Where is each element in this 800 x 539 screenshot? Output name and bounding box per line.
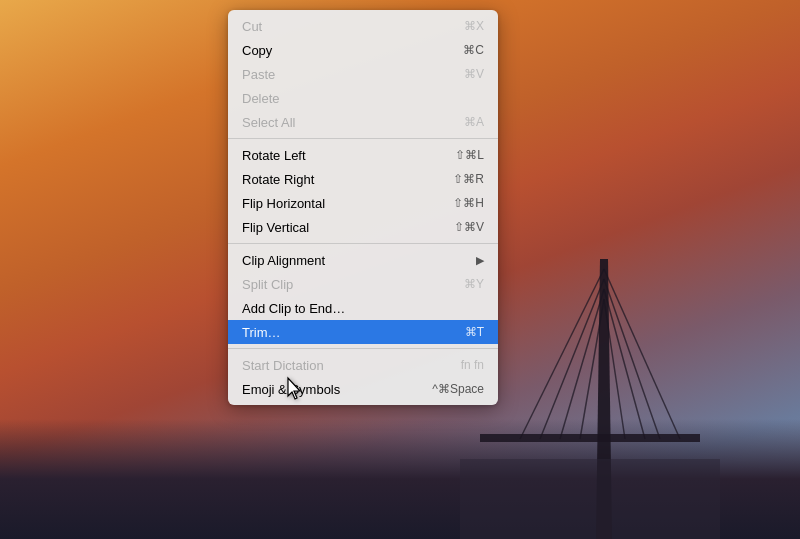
menu-item-flip-vertical-shortcut: ⇧⌘V (454, 220, 484, 234)
menu-item-cut-shortcut: ⌘X (464, 19, 484, 33)
menu-item-emoji-symbols-label: Emoji & Symbols (242, 382, 340, 397)
menu-item-rotate-left-label: Rotate Left (242, 148, 306, 163)
svg-line-1 (520, 269, 604, 439)
menu-item-clip-alignment[interactable]: Clip Alignment ▶ (228, 248, 498, 272)
menu-item-split-clip[interactable]: Split Clip ⌘Y (228, 272, 498, 296)
menu-item-clip-alignment-label: Clip Alignment (242, 253, 325, 268)
menu-item-rotate-right[interactable]: Rotate Right ⇧⌘R (228, 167, 498, 191)
context-menu: Cut ⌘X Copy ⌘C Paste ⌘V Delete Select Al… (228, 10, 498, 405)
bridge-silhouette (460, 239, 720, 539)
menu-item-start-dictation[interactable]: Start Dictation fn fn (228, 353, 498, 377)
menu-item-select-all-shortcut: ⌘A (464, 115, 484, 129)
menu-item-flip-vertical[interactable]: Flip Vertical ⇧⌘V (228, 215, 498, 239)
menu-item-split-clip-label: Split Clip (242, 277, 293, 292)
menu-item-copy-label: Copy (242, 43, 272, 58)
svg-line-5 (604, 269, 680, 439)
svg-rect-10 (460, 459, 720, 539)
menu-item-select-all[interactable]: Select All ⌘A (228, 110, 498, 134)
menu-item-copy-shortcut: ⌘C (463, 43, 484, 57)
menu-section-clip: Clip Alignment ▶ Split Clip ⌘Y Add Clip … (228, 244, 498, 349)
menu-item-rotate-left[interactable]: Rotate Left ⇧⌘L (228, 143, 498, 167)
menu-item-paste[interactable]: Paste ⌘V (228, 62, 498, 86)
menu-section-dictation: Start Dictation fn fn Emoji & Symbols ^⌘… (228, 349, 498, 405)
menu-section-edit: Cut ⌘X Copy ⌘C Paste ⌘V Delete Select Al… (228, 10, 498, 139)
menu-item-start-dictation-shortcut: fn fn (461, 358, 484, 372)
menu-item-emoji-symbols-shortcut: ^⌘Space (432, 382, 484, 396)
menu-item-cut[interactable]: Cut ⌘X (228, 14, 498, 38)
menu-item-emoji-symbols[interactable]: Emoji & Symbols ^⌘Space (228, 377, 498, 401)
menu-item-trim-shortcut: ⌘T (465, 325, 484, 339)
menu-item-trim-label: Trim… (242, 325, 281, 340)
menu-item-rotate-right-label: Rotate Right (242, 172, 314, 187)
menu-item-cut-label: Cut (242, 19, 262, 34)
menu-item-start-dictation-label: Start Dictation (242, 358, 324, 373)
menu-item-rotate-right-shortcut: ⇧⌘R (453, 172, 484, 186)
menu-item-paste-label: Paste (242, 67, 275, 82)
submenu-arrow-icon: ▶ (476, 254, 484, 267)
menu-item-split-clip-shortcut: ⌘Y (464, 277, 484, 291)
svg-line-3 (560, 289, 604, 439)
svg-rect-9 (480, 434, 700, 442)
menu-item-add-clip-to-end-label: Add Clip to End… (242, 301, 345, 316)
menu-item-flip-horizontal[interactable]: Flip Horizontal ⇧⌘H (228, 191, 498, 215)
menu-item-paste-shortcut: ⌘V (464, 67, 484, 81)
menu-item-flip-horizontal-shortcut: ⇧⌘H (453, 196, 484, 210)
menu-item-trim[interactable]: Trim… ⌘T (228, 320, 498, 344)
menu-item-delete[interactable]: Delete (228, 86, 498, 110)
menu-item-copy[interactable]: Copy ⌘C (228, 38, 498, 62)
menu-item-flip-horizontal-label: Flip Horizontal (242, 196, 325, 211)
menu-item-add-clip-to-end[interactable]: Add Clip to End… (228, 296, 498, 320)
menu-item-flip-vertical-label: Flip Vertical (242, 220, 309, 235)
menu-item-rotate-left-shortcut: ⇧⌘L (455, 148, 484, 162)
menu-item-delete-label: Delete (242, 91, 280, 106)
menu-section-transform: Rotate Left ⇧⌘L Rotate Right ⇧⌘R Flip Ho… (228, 139, 498, 244)
menu-item-select-all-label: Select All (242, 115, 295, 130)
